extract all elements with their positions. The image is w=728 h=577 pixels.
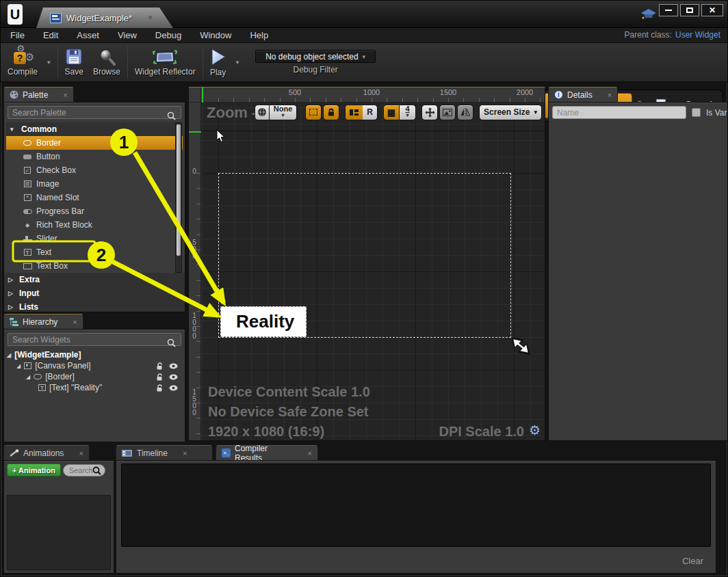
text-widget-reality[interactable]: Reality	[220, 306, 307, 337]
tree-caret-icon[interactable]: ◢	[16, 363, 21, 369]
play-options-dropdown-icon[interactable]: ▾	[236, 59, 239, 66]
designer-canvas[interactable]: Zoom -7 None▾ R	[201, 103, 545, 440]
rich-text-icon: ◆	[23, 222, 32, 228]
close-icon[interactable]: ×	[183, 449, 187, 457]
grid-snap-button[interactable]: ▦	[383, 105, 400, 120]
menu-debug[interactable]: Debug	[155, 30, 181, 40]
unreal-logo-icon: U	[8, 4, 23, 25]
respect-locks-toggle[interactable]: R	[345, 105, 378, 120]
globe-icon	[257, 107, 267, 117]
tab-hierarchy[interactable]: Hierarchy ×	[3, 314, 83, 329]
tab-animations[interactable]: Animations ×	[3, 445, 90, 460]
save-button[interactable]: Save	[65, 48, 83, 77]
tab-palette[interactable]: Palette ×	[3, 87, 74, 102]
palette-scrollbar[interactable]	[175, 122, 182, 273]
tree-item-canvas-panel[interactable]: ◢ ▘ [Canvas Panel]	[7, 360, 182, 371]
transform-mode-button[interactable]	[421, 105, 438, 120]
menu-help[interactable]: Help	[250, 30, 268, 40]
debug-object-dropdown[interactable]: No debug object selected ▾	[255, 50, 376, 63]
eye-icon[interactable]	[169, 385, 178, 391]
menu-view[interactable]: View	[118, 30, 137, 40]
palette-item-text[interactable]: TText	[6, 245, 183, 259]
palette-item-border[interactable]: Border	[6, 136, 183, 150]
asset-tab-close-icon[interactable]: ×	[148, 13, 153, 23]
menu-edit[interactable]: Edit	[43, 30, 58, 40]
palette-item-button[interactable]: Button	[6, 150, 183, 163]
palette-section-extra[interactable]: ▷Extra	[4, 273, 185, 286]
palette-section-common[interactable]: ▾Common	[6, 122, 183, 136]
tree-caret-icon[interactable]: ◢	[7, 352, 11, 358]
tab-compiler-results[interactable]: >_ Compiler Results ×	[216, 445, 318, 460]
dpi-settings-gear-icon[interactable]: ⚙	[529, 422, 541, 438]
localization-preview-button[interactable]	[255, 105, 270, 120]
hierarchy-search-input[interactable]	[8, 333, 181, 346]
scrollbar-thumb[interactable]	[177, 124, 181, 256]
dpi-scale-label: DPI Scale 1.0	[439, 424, 524, 440]
browse-button[interactable]: Browse	[93, 48, 120, 77]
animations-list[interactable]	[7, 495, 111, 570]
palette-item-named-slot[interactable]: *Named Slot	[6, 191, 183, 204]
eye-icon[interactable]	[169, 374, 178, 380]
close-icon[interactable]: ×	[79, 449, 83, 457]
bottom-dock: Timeline × >_ Compiler Results × Clear	[116, 445, 716, 574]
play-button[interactable]: Play	[210, 48, 226, 77]
palette-item-rich-text[interactable]: ◆Rich Text Block	[6, 218, 183, 232]
screen-size-dropdown[interactable]: Screen Size▾	[479, 105, 542, 120]
menu-asset[interactable]: Asset	[77, 30, 99, 40]
compile-options-dropdown-icon[interactable]: ▾	[47, 59, 51, 66]
menu-window[interactable]: Window	[200, 30, 231, 40]
tree-item-border[interactable]: ◢ [Border]	[7, 371, 182, 382]
border-icon	[34, 374, 42, 379]
parent-class-link[interactable]: User Widget	[675, 30, 720, 40]
flag-dropdown[interactable]: None▾	[270, 105, 297, 120]
close-button[interactable]: ✕	[701, 4, 723, 16]
menu-file[interactable]: File	[10, 30, 25, 40]
palette-search-input[interactable]	[8, 106, 181, 119]
compile-icon: ⚙ ⚙ ?	[12, 48, 33, 66]
minimize-button[interactable]	[659, 4, 678, 16]
palette-icon	[10, 90, 18, 99]
tab-timeline[interactable]: Timeline ×	[116, 445, 213, 460]
palette-item-progress-bar[interactable]: Progress Bar	[6, 204, 183, 218]
maximize-button[interactable]	[680, 4, 699, 16]
close-icon[interactable]: ×	[63, 91, 67, 99]
lock-open-icon[interactable]	[156, 384, 164, 392]
tree-item-text-reality[interactable]: T [Text] "Reality"	[7, 382, 182, 393]
is-variable-checkbox[interactable]	[692, 108, 701, 117]
close-icon[interactable]: ×	[608, 91, 612, 99]
main-toolbar: ⚙ ⚙ ? Compile ▾ Save	[1, 43, 727, 83]
widget-name-input[interactable]	[552, 106, 686, 119]
lock-widgets-button[interactable]	[323, 105, 339, 120]
palette-item-text-box[interactable]: Text Box	[6, 259, 183, 273]
tab-details[interactable]: i Details ×	[548, 87, 618, 102]
ruler-marker	[189, 131, 201, 133]
close-icon[interactable]: ×	[308, 449, 312, 457]
caret-right-icon: ▷	[8, 304, 15, 310]
widget-reflector-button[interactable]: Widget Reflector	[135, 48, 196, 77]
palette-item-checkbox[interactable]: ✓Check Box	[6, 163, 183, 177]
image-icon	[443, 109, 452, 116]
palette-section-lists[interactable]: ▷Lists	[4, 300, 185, 312]
asset-tab[interactable]: WidgetExample* ×	[36, 8, 173, 28]
grid-size-dropdown[interactable]: 4▾	[400, 105, 416, 120]
lock-open-icon[interactable]	[156, 362, 164, 370]
eye-icon[interactable]	[169, 363, 178, 369]
horizontal-ruler: 500 1000 1500 2000	[201, 88, 545, 103]
close-icon[interactable]: ×	[73, 318, 77, 326]
clear-button[interactable]: Clear	[682, 556, 703, 566]
compiler-output[interactable]	[121, 464, 711, 547]
tree-item-widgetexample[interactable]: ◢ [WidgetExample]	[7, 349, 182, 360]
text-widget-icon: T	[23, 249, 32, 256]
preview-background-button[interactable]	[439, 105, 456, 120]
lock-open-icon[interactable]	[156, 373, 164, 381]
flip-preview-button[interactable]	[457, 105, 473, 120]
tutorial-cap-icon[interactable]	[641, 9, 656, 21]
add-animation-button[interactable]: + Animation	[7, 464, 61, 477]
palette-section-input[interactable]: ▷Input	[4, 286, 185, 300]
search-icon	[167, 111, 177, 121]
palette-item-slider[interactable]: Slider	[6, 232, 183, 245]
palette-item-image[interactable]: ▨Image	[6, 177, 183, 191]
outline-toggle-button[interactable]	[305, 105, 322, 120]
compile-button[interactable]: ⚙ ⚙ ? Compile	[8, 48, 38, 77]
tree-caret-icon[interactable]: ◢	[26, 374, 30, 380]
